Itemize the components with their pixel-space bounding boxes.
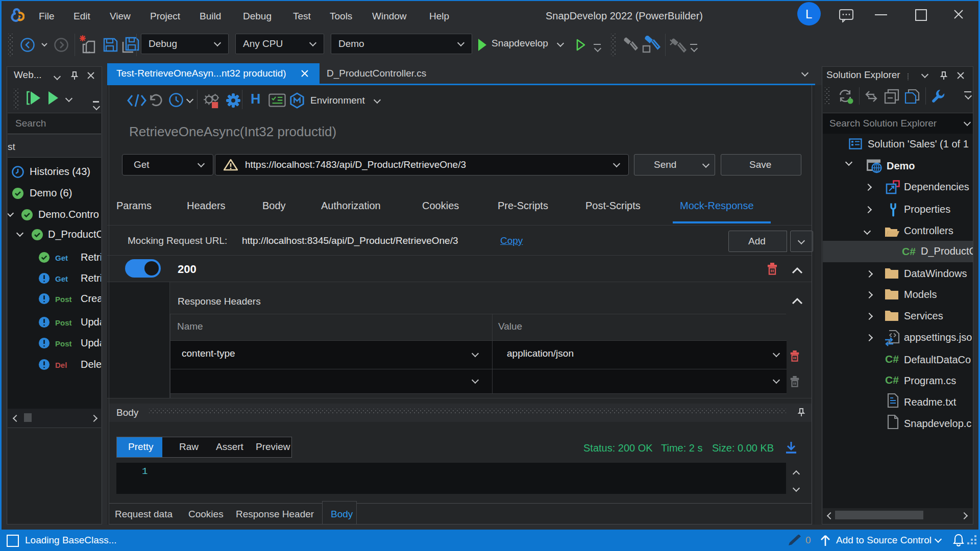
svg-text:C#: C#: [902, 245, 916, 257]
svg-text:C#: C#: [885, 374, 899, 386]
svg-text:C#: C#: [885, 353, 899, 365]
